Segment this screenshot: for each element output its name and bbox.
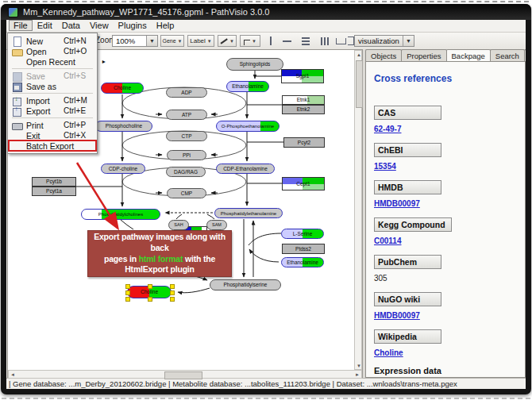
node-o-phosphoethanolamine[interactable]: O-Phosphoethanolamine bbox=[216, 121, 279, 132]
connector-tool-button[interactable]: ▼ bbox=[240, 35, 260, 47]
node-label: Ptdss2 bbox=[283, 246, 324, 252]
sidebar-tabs: ObjectsPropertiesBackpageSearchLegend bbox=[365, 49, 526, 62]
menubar-item-file[interactable]: File bbox=[9, 20, 33, 31]
node-cmp[interactable]: CMP bbox=[167, 188, 206, 198]
node-ctp[interactable]: CTP bbox=[166, 131, 207, 141]
node-pcyt1a[interactable]: Pcyt1a bbox=[32, 187, 76, 196]
node-label: SAH bbox=[169, 223, 188, 228]
align-horizontal-center-button[interactable] bbox=[264, 35, 278, 47]
chevron-down-icon[interactable]: ▼ bbox=[403, 36, 414, 46]
scroll-left-icon[interactable]: ◄ bbox=[9, 371, 17, 378]
zoom-combobox[interactable]: 100% ▼ bbox=[112, 35, 158, 47]
menu-item-batch-export[interactable]: Batch Export bbox=[9, 140, 96, 151]
menu-item-save-as[interactable]: Save as bbox=[9, 81, 96, 91]
selection-handle[interactable] bbox=[125, 297, 130, 302]
menu-item-export[interactable]: ExportCtrl+E bbox=[9, 106, 96, 116]
node-atp[interactable]: ATP bbox=[166, 110, 207, 120]
selection-handle[interactable] bbox=[170, 284, 175, 289]
node-phosphatidylserine[interactable]: Phosphatidylserine bbox=[210, 279, 281, 290]
node-ethanolamine-top[interactable]: Ethanolamine bbox=[226, 81, 269, 92]
canvas-horizontal-scrollbar[interactable]: ◄ ► bbox=[8, 370, 362, 379]
node-l-serine[interactable]: L-Serine bbox=[281, 229, 324, 239]
menu-item-shortcut: Ctrl+P bbox=[64, 121, 94, 129]
tab-objects[interactable]: Objects bbox=[365, 49, 402, 62]
line-tool-button[interactable]: ▼ bbox=[218, 35, 237, 47]
align-vertical-center-button[interactable] bbox=[279, 35, 294, 47]
tab-properties[interactable]: Properties bbox=[401, 49, 446, 62]
menubar-item-edit[interactable]: Edit bbox=[33, 20, 57, 31]
selection-handle[interactable] bbox=[170, 297, 175, 302]
vertical-scroll-thumb[interactable] bbox=[356, 60, 363, 108]
xref-link[interactable]: Choline bbox=[374, 348, 517, 357]
selection-handle[interactable] bbox=[148, 284, 152, 289]
menu-item-new[interactable]: NewCtrl+N bbox=[9, 36, 96, 46]
chevron-down-icon[interactable]: ▼ bbox=[229, 39, 234, 44]
menu-item-open-recent[interactable]: Open Recent▸ bbox=[9, 56, 96, 67]
node-adp[interactable]: ADP bbox=[166, 87, 207, 98]
node-ethanolamine-bottom[interactable]: Ethanolamine bbox=[281, 257, 324, 267]
chevron-down-icon[interactable]: ▼ bbox=[252, 39, 256, 44]
menu-item-label: Export bbox=[26, 106, 64, 116]
tab-backpage[interactable]: Backpage bbox=[446, 49, 491, 62]
node-phosphocholine[interactable]: Phosphocholine bbox=[95, 121, 152, 132]
titlebar[interactable]: Mm_Kennedy_pathway_WP1771_45176.gpml - P… bbox=[1, 4, 531, 20]
elbow-connector-icon bbox=[244, 40, 250, 45]
menu-item-exit[interactable]: ExitCtrl+X bbox=[9, 130, 96, 140]
tab-legend[interactable]: Legend bbox=[524, 49, 526, 62]
node-cdp-ethanolamine[interactable]: CDP-Ethanolamine bbox=[216, 164, 275, 174]
node-etnk2[interactable]: Etnk2 bbox=[282, 105, 325, 114]
tab-search[interactable]: Search bbox=[490, 49, 525, 62]
align-vertical-center-icon bbox=[283, 40, 291, 42]
xref-link[interactable]: 62-49-7 bbox=[374, 125, 517, 133]
node-choline-selected[interactable]: Choline bbox=[127, 286, 172, 298]
visualization-combobox[interactable]: visualization ▼ bbox=[354, 35, 414, 47]
selection-handle[interactable] bbox=[170, 290, 175, 295]
node-cdp-choline[interactable]: CDP-choline bbox=[101, 164, 145, 174]
node-ppi[interactable]: PPi bbox=[167, 150, 206, 160]
menu-item-open[interactable]: OpenCtrl+O bbox=[9, 46, 96, 56]
menu-item-print[interactable]: PrintCtrl+P bbox=[9, 120, 96, 130]
node-ptdss2[interactable]: Ptdss2 bbox=[282, 244, 325, 254]
label-tool-button[interactable]: Label ▼ bbox=[187, 35, 214, 47]
canvas-vertical-scrollbar[interactable]: ▲ ▼ bbox=[354, 50, 362, 370]
selection-handle[interactable] bbox=[125, 290, 130, 295]
distribute-vertical-button[interactable] bbox=[299, 35, 313, 47]
horizontal-scroll-thumb[interactable] bbox=[164, 371, 202, 379]
menubar-item-plugins[interactable]: Plugins bbox=[114, 20, 152, 31]
xref-link[interactable]: HMDB00097 bbox=[374, 199, 517, 208]
node-sah[interactable]: SAH bbox=[168, 220, 189, 230]
window-shadow-line bbox=[2, 398, 530, 399]
node-choline-top[interactable]: Choline bbox=[101, 83, 144, 94]
chevron-down-icon[interactable]: ▼ bbox=[207, 39, 212, 44]
menu-item-save[interactable]: SaveCtrl+S bbox=[9, 71, 96, 81]
node-phosphatidylethanolamine[interactable]: Phosphatidylethanolamine bbox=[214, 208, 283, 218]
menu-item-import[interactable]: ImportCtrl+M bbox=[9, 95, 96, 106]
scroll-right-icon[interactable]: ► bbox=[353, 371, 361, 378]
selection-handle[interactable] bbox=[148, 297, 152, 302]
scroll-up-icon[interactable]: ▲ bbox=[355, 51, 363, 58]
node-phosphatidylcholines[interactable]: Phosphatidylcholines bbox=[81, 209, 160, 220]
chevron-down-icon[interactable]: ▼ bbox=[178, 39, 183, 44]
xref-link[interactable]: HMDB00097 bbox=[374, 311, 517, 320]
datanode-tool-button[interactable]: Gene ▼ bbox=[160, 35, 184, 47]
node-etnk1[interactable]: Etnk1 bbox=[282, 95, 325, 105]
menubar-item-view[interactable]: View bbox=[85, 20, 114, 31]
xref-link[interactable]: 15354 bbox=[374, 162, 517, 171]
node-dag[interactable]: DAG/RAG bbox=[166, 167, 206, 177]
menubar-item-help[interactable]: Help bbox=[152, 20, 179, 31]
menubar-item-data[interactable]: Data bbox=[57, 20, 85, 31]
node-sgpl1[interactable]: Sgpl1 bbox=[281, 69, 324, 83]
node-label: O-Phosphoethanolamine bbox=[217, 124, 279, 129]
node-sam[interactable]: SAM bbox=[206, 220, 227, 230]
node-cept1[interactable]: Cept1 bbox=[282, 177, 325, 190]
node-pcyt2[interactable]: Pcyt2 bbox=[283, 137, 325, 148]
node-pcyt1b[interactable]: Pcyt1b bbox=[32, 177, 76, 187]
xref-link[interactable]: C00114 bbox=[374, 237, 517, 245]
node-sphingolipids[interactable]: Sphingolipids bbox=[226, 58, 283, 71]
selection-handle[interactable] bbox=[125, 284, 130, 289]
save-as-icon bbox=[11, 82, 24, 91]
distribute-horizontal-button[interactable] bbox=[318, 35, 332, 47]
chevron-down-icon[interactable]: ▼ bbox=[146, 36, 157, 46]
xref-section-title: Kegg Compound bbox=[374, 217, 452, 232]
scroll-down-icon[interactable]: ▼ bbox=[355, 362, 363, 369]
